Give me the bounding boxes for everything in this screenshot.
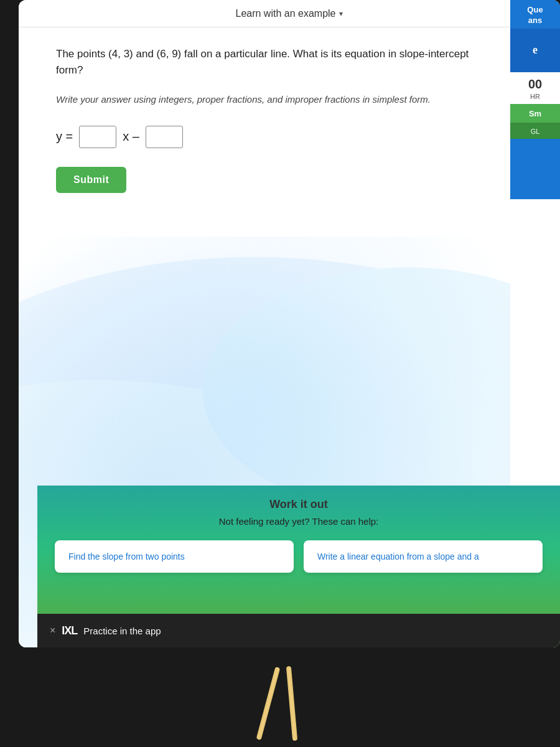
header-title[interactable]: Learn with an example ▾ — [236, 8, 343, 19]
ixl-practice-label: Practice in the app — [83, 626, 161, 636]
panel-sm-text: Sm — [529, 109, 541, 118]
panel-sm: Sm — [510, 104, 560, 123]
panel-que: Que ans — [514, 5, 556, 26]
close-button[interactable]: × — [50, 625, 55, 636]
ixl-logo: IXL — [62, 624, 77, 637]
panel-top: Que ans — [510, 0, 560, 29]
x-label: x – — [123, 129, 139, 144]
cable-right — [286, 666, 297, 741]
header-bar: Learn with an example ▾ — [19, 0, 560, 27]
chevron-down-icon[interactable]: ▾ — [339, 9, 343, 18]
y-equals-label: y = — [56, 129, 73, 144]
cable-left — [256, 667, 281, 740]
coefficient-input[interactable] — [79, 126, 116, 148]
help-cards-row: Find the slope from two points Write a l… — [37, 540, 560, 573]
work-it-out-title: Work it out — [269, 498, 328, 511]
panel-e-letter: e — [533, 44, 538, 57]
question-text: The points (4, 3) and (6, 9) fall on a p… — [56, 46, 485, 78]
panel-blue-box: e — [510, 29, 560, 72]
panel-ou: GL — [510, 123, 560, 139]
tablet-bezel: Learn with an example ▾ Que ans e 00 HR … — [19, 0, 560, 647]
submit-button[interactable]: Submit — [56, 167, 126, 193]
right-side-panel: Que ans e 00 HR Sm GL — [510, 0, 560, 199]
device-bottom — [0, 647, 560, 747]
not-ready-text: Not feeling ready yet? These can help: — [219, 516, 379, 527]
write-linear-card[interactable]: Write a linear equation from a slope and… — [304, 540, 543, 573]
panel-score: 00 — [510, 72, 560, 93]
panel-ou-text: GL — [531, 128, 540, 135]
ixl-bar: × IXL Practice in the app — [37, 614, 560, 647]
equation-row: y = x – — [56, 126, 485, 148]
panel-score-label: HR — [510, 93, 560, 104]
find-slope-card[interactable]: Find the slope from two points — [55, 540, 294, 573]
constant-input[interactable] — [146, 126, 183, 148]
instruction-text: Write your answer using integers, proper… — [56, 93, 479, 107]
screen: Learn with an example ▾ Que ans e 00 HR … — [19, 0, 560, 647]
learn-example-label: Learn with an example — [236, 8, 336, 19]
